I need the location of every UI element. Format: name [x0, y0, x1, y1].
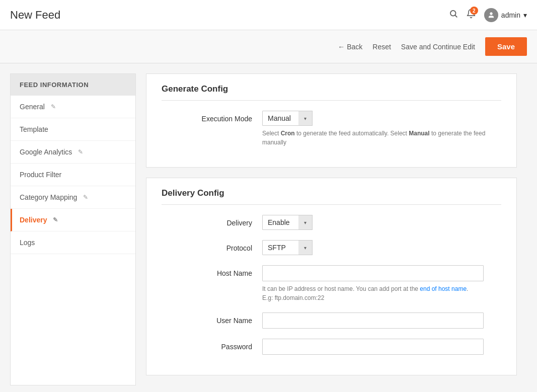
host-name-help-example: E.g: ftp.domain.com:22: [262, 294, 324, 301]
save-continue-label: Save and Continue Edit: [401, 43, 475, 51]
user-name-label: User Name: [162, 312, 262, 325]
host-name-field: It can be IP address or host name. You c…: [262, 265, 501, 302]
sidebar-item-label: Logs: [20, 239, 35, 247]
svg-line-1: [455, 15, 456, 17]
back-label: ← Back: [338, 43, 362, 51]
edit-icon: ✎: [83, 194, 88, 201]
protocol-select[interactable]: SFTP FTP FTPS: [262, 240, 313, 255]
execution-mode-select-wrapper: Manual Cron ▾: [262, 111, 313, 126]
host-name-help-link[interactable]: end of host name: [420, 285, 467, 292]
sidebar-item-label: Google Analytics: [20, 148, 72, 156]
delivery-field: Enable Disable ▾: [262, 215, 501, 230]
page-header: New Feed 2 admin ▾: [0, 0, 537, 30]
sidebar-item-label: Template: [20, 125, 48, 133]
generate-config-title: Generate Config: [162, 84, 501, 101]
password-label: Password: [162, 339, 262, 351]
user-chevron-icon: ▾: [523, 11, 527, 19]
content-area: Generate Config Execution Mode Manual Cr…: [136, 73, 527, 385]
user-name-input[interactable]: [262, 312, 484, 329]
sidebar-item-label: Category Mapping: [20, 193, 77, 201]
delivery-config-section: Delivery Config Delivery Enable Disable …: [146, 178, 517, 375]
password-row: Password: [162, 339, 501, 355]
execution-mode-label: Execution Mode: [162, 111, 262, 123]
sidebar-item-product-filter[interactable]: Product Filter: [11, 164, 135, 186]
sidebar-item-category-mapping[interactable]: Category Mapping ✎: [11, 186, 135, 209]
execution-mode-row: Execution Mode Manual Cron ▾ Select Cron…: [162, 111, 501, 147]
host-name-row: Host Name It can be IP address or host n…: [162, 265, 501, 302]
sidebar-item-general[interactable]: General ✎: [11, 96, 135, 118]
sidebar-item-google-analytics[interactable]: Google Analytics ✎: [11, 141, 135, 164]
reset-label: Reset: [372, 43, 391, 51]
sidebar-item-label: General: [20, 103, 45, 111]
execution-mode-select[interactable]: Manual Cron: [262, 111, 313, 126]
sidebar-item-logs[interactable]: Logs: [11, 231, 135, 254]
protocol-field: SFTP FTP FTPS ▾: [262, 240, 501, 255]
back-button[interactable]: ← Back: [338, 43, 362, 51]
user-menu-button[interactable]: admin ▾: [484, 8, 527, 22]
page-title: New Feed: [10, 9, 60, 22]
user-name: admin: [501, 11, 520, 19]
main-content: FEED INFORMATION General ✎ Template Goog…: [0, 63, 537, 392]
password-field: [262, 339, 501, 355]
host-name-input[interactable]: [262, 265, 484, 281]
edit-icon: ✎: [78, 148, 83, 155]
edit-icon: ✎: [51, 103, 56, 110]
sidebar-item-delivery[interactable]: Delivery ✎: [11, 209, 135, 231]
sidebar-item-label: Product Filter: [20, 171, 61, 179]
sidebar-header: FEED INFORMATION: [11, 74, 135, 96]
protocol-select-wrapper: SFTP FTP FTPS ▾: [262, 240, 313, 255]
delivery-select[interactable]: Enable Disable: [262, 215, 313, 230]
user-name-field: [262, 312, 501, 329]
delivery-label: Delivery: [162, 215, 262, 227]
delivery-config-title: Delivery Config: [162, 188, 501, 205]
host-name-label: Host Name: [162, 265, 262, 277]
delivery-row: Delivery Enable Disable ▾: [162, 215, 501, 230]
search-button[interactable]: [449, 9, 458, 21]
user-name-row: User Name: [162, 312, 501, 329]
svg-point-2: [490, 12, 493, 15]
notification-button[interactable]: 2: [466, 9, 476, 21]
header-right: 2 admin ▾: [449, 8, 527, 22]
execution-mode-help: Select Cron to generate the feed automat…: [262, 129, 501, 147]
reset-button[interactable]: Reset: [372, 43, 391, 51]
save-continue-button[interactable]: Save and Continue Edit: [401, 43, 475, 51]
protocol-row: Protocol SFTP FTP FTPS ▾: [162, 240, 501, 255]
password-input[interactable]: [262, 339, 484, 355]
sidebar-item-template[interactable]: Template: [11, 118, 135, 141]
host-name-help: It can be IP address or host name. You c…: [262, 284, 501, 302]
avatar: [484, 8, 498, 22]
notification-badge: 2: [470, 7, 478, 15]
delivery-select-wrapper: Enable Disable ▾: [262, 215, 313, 230]
sidebar: FEED INFORMATION General ✎ Template Goog…: [10, 73, 136, 385]
toolbar: ← Back Reset Save and Continue Edit Save: [0, 30, 537, 63]
edit-icon: ✎: [53, 216, 58, 223]
sidebar-item-label: Delivery: [20, 216, 47, 224]
save-button[interactable]: Save: [485, 37, 527, 56]
protocol-label: Protocol: [162, 240, 262, 252]
generate-config-section: Generate Config Execution Mode Manual Cr…: [146, 73, 517, 168]
execution-mode-field: Manual Cron ▾ Select Cron to generate th…: [262, 111, 501, 147]
